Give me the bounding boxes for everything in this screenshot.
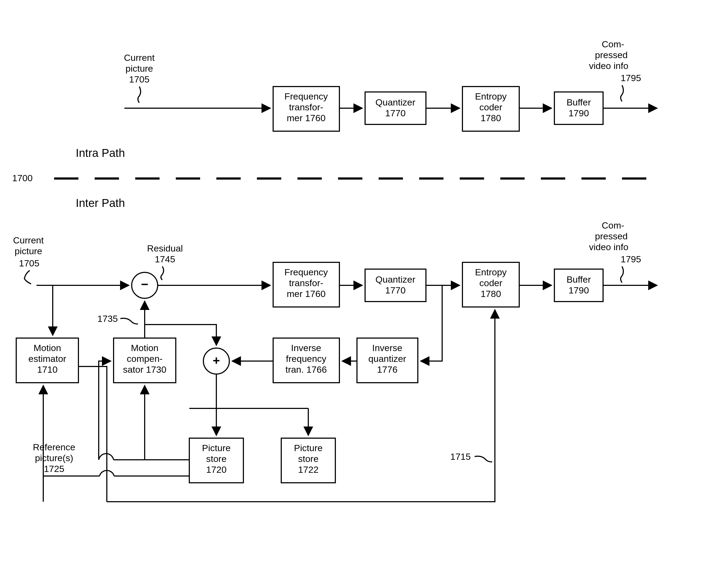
inter-freq-3: mer 1760 — [287, 289, 325, 299]
ref-2: picture(s) — [35, 453, 73, 463]
intra-buf-1: Buffer — [566, 97, 591, 107]
inter-freq-1: Frequency — [284, 267, 328, 277]
intra-input-ref: 1705 — [129, 74, 149, 84]
inter-input-label-1: Current — [13, 235, 44, 245]
ift-1: Inverse — [291, 343, 321, 353]
inter-ent-1: Entropy — [475, 267, 507, 277]
intra-out-ref: 1795 — [621, 73, 641, 83]
ref-ref: 1725 — [44, 464, 64, 474]
residual-ref: 1745 — [155, 254, 175, 264]
inter-quant-2: 1770 — [385, 285, 406, 295]
inter-input-ref: 1705 — [19, 258, 39, 268]
intra-freq-1: Frequency — [284, 91, 328, 101]
intra-input-refline — [138, 87, 141, 103]
ps1-c: 1720 — [206, 464, 227, 475]
ps1-b: store — [206, 453, 227, 464]
inter-freq-2: transfor- — [289, 278, 323, 288]
wire-ref-mc-in — [99, 361, 111, 460]
inter-out-refline — [621, 266, 623, 283]
iq-1: Inverse — [372, 343, 403, 353]
inter-ent-2: coder — [479, 278, 502, 288]
intra-out-1: Com- — [602, 39, 624, 49]
intra-input-label-2: picture — [126, 63, 153, 74]
mc-1: Motion — [131, 343, 159, 353]
ift-3: tran. 1766 — [285, 364, 327, 375]
inter-out-2: pressed — [595, 231, 628, 241]
intra-ent-3: 1780 — [481, 113, 501, 123]
inter-buf-2: 1790 — [568, 285, 589, 295]
intra-ent-1: Entropy — [475, 91, 507, 101]
figure-number: 1700 — [12, 173, 33, 183]
inter-quant-1: Quantizer — [375, 274, 415, 284]
intra-quant-1: Quantizer — [375, 97, 415, 107]
encoder-diagram: Current picture 1705 Frequency transfor-… — [0, 0, 728, 575]
ps1-a: Picture — [202, 443, 231, 453]
adder-plus: + — [213, 353, 220, 368]
intra-buf-2: 1790 — [568, 108, 589, 118]
intra-quant-2: 1770 — [385, 108, 406, 118]
residual-label-1: Residual — [147, 243, 183, 253]
intra-out-refline — [621, 85, 623, 101]
intra-title: Intra Path — [76, 146, 125, 159]
comp-ref: 1735 — [97, 313, 118, 324]
mv-ref: 1715 — [450, 451, 471, 462]
inter-title: Inter Path — [76, 197, 125, 209]
subtractor-minus: − — [141, 277, 148, 291]
residual-refline — [161, 266, 164, 280]
inter-out-1: Com- — [602, 220, 624, 230]
intra-out-2: pressed — [595, 50, 628, 60]
me-1: Motion — [34, 343, 61, 353]
mv-refline — [475, 456, 492, 462]
ps2-b: store — [298, 453, 319, 464]
comp-refline — [120, 318, 138, 324]
wire-ps1-mc — [145, 385, 189, 460]
iq-3: 1776 — [377, 364, 397, 375]
ps2-a: Picture — [294, 443, 323, 453]
intra-input-label-1: Current — [124, 53, 155, 63]
ift-2: frequency — [286, 353, 326, 364]
inter-input-label-2: picture — [14, 246, 42, 256]
intra-out-3: video info — [589, 61, 628, 71]
ref-1: Reference — [33, 442, 75, 452]
inter-out-3: video info — [589, 242, 628, 252]
intra-freq-3: mer 1760 — [287, 113, 325, 123]
inter-buf-1: Buffer — [566, 274, 591, 284]
intra-ent-2: coder — [479, 102, 502, 112]
intra-freq-2: transfor- — [289, 102, 323, 112]
me-2: estimator — [28, 353, 66, 364]
inter-out-ref: 1795 — [621, 254, 641, 264]
me-3: 1710 — [37, 364, 58, 375]
mc-2: compen- — [127, 353, 163, 364]
ps2-c: 1722 — [298, 464, 319, 475]
wire-ref-hop1 — [99, 453, 113, 460]
inter-ent-3: 1780 — [481, 289, 501, 299]
inter-input-refline — [24, 270, 31, 284]
mc-3: sator 1730 — [123, 364, 167, 375]
iq-2: quantizer — [368, 353, 406, 364]
wire-me-down — [78, 367, 107, 502]
